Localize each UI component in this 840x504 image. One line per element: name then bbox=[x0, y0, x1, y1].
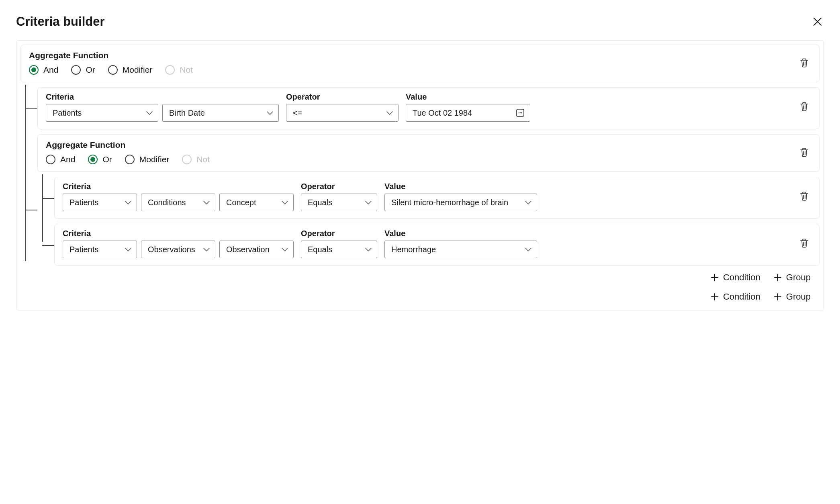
radio-circle-icon bbox=[46, 155, 55, 164]
chevron-down-icon bbox=[281, 199, 288, 206]
radio-circle-icon bbox=[125, 155, 135, 164]
chevron-down-icon bbox=[203, 199, 210, 206]
value-date-input[interactable]: Tue Oct 02 1984 bbox=[406, 104, 530, 122]
criteria-outer-container: Aggregate Function And Or Modifier bbox=[16, 40, 824, 310]
plus-icon bbox=[710, 273, 719, 282]
radio-and[interactable]: And bbox=[29, 65, 58, 75]
radio-circle-icon bbox=[29, 65, 39, 75]
value-label: Value bbox=[384, 182, 537, 191]
root-group-card: Aggregate Function And Or Modifier bbox=[20, 45, 820, 82]
condition-item: Criteria Patients Birth Date Operator bbox=[37, 87, 820, 129]
condition-item: Criteria Patients Observations bbox=[54, 224, 820, 266]
radio-not: Not bbox=[165, 65, 193, 75]
plus-icon bbox=[773, 292, 782, 301]
criteria-select-patients[interactable]: Patients bbox=[63, 241, 137, 258]
radio-or[interactable]: Or bbox=[71, 65, 95, 75]
delete-condition-button[interactable] bbox=[797, 236, 811, 250]
operator-select[interactable]: Equals bbox=[301, 194, 377, 211]
chevron-down-icon bbox=[125, 199, 132, 206]
nested-group-item: Aggregate Function And Or bbox=[37, 134, 820, 285]
radio-circle-icon bbox=[71, 65, 81, 75]
radio-circle-icon bbox=[182, 155, 192, 164]
chevron-down-icon bbox=[365, 246, 372, 253]
aggregate-function-label: Aggregate Function bbox=[46, 140, 797, 150]
radio-modifier-label: Modifier bbox=[123, 65, 153, 75]
radio-or-label: Or bbox=[86, 65, 95, 75]
radio-not-label: Not bbox=[196, 155, 210, 164]
trash-icon bbox=[799, 147, 809, 157]
chevron-down-icon bbox=[525, 246, 532, 253]
radio-modifier[interactable]: Modifier bbox=[108, 65, 153, 75]
root-children: Criteria Patients Birth Date Operator bbox=[25, 87, 820, 285]
chevron-down-icon bbox=[386, 110, 393, 116]
nested-group-actions: Condition Group bbox=[37, 266, 820, 285]
chevron-down-icon bbox=[146, 110, 153, 116]
delete-group-button[interactable] bbox=[797, 56, 811, 69]
chevron-down-icon bbox=[525, 199, 532, 206]
trash-icon bbox=[799, 238, 809, 248]
condition-item: Criteria Patients Conditions bbox=[54, 177, 820, 219]
value-label: Value bbox=[406, 92, 530, 102]
chevron-down-icon bbox=[365, 199, 372, 206]
radio-modifier[interactable]: Modifier bbox=[125, 155, 170, 164]
radio-and-label: And bbox=[43, 65, 58, 75]
chevron-down-icon bbox=[203, 246, 210, 253]
value-select[interactable]: Hemorrhage bbox=[384, 241, 537, 258]
nested-children: Criteria Patients Conditions bbox=[42, 177, 820, 266]
criteria-select-entity[interactable]: Conditions bbox=[141, 194, 215, 211]
root-radio-group: And Or Modifier Not bbox=[29, 65, 797, 75]
delete-condition-button[interactable] bbox=[797, 100, 811, 113]
operator-label: Operator bbox=[286, 92, 399, 102]
date-picker-icon bbox=[515, 108, 525, 118]
chevron-down-icon bbox=[281, 246, 288, 253]
criteria-select-field[interactable]: Observation bbox=[219, 241, 294, 258]
criteria-select-field[interactable]: Birth Date bbox=[162, 104, 279, 122]
operator-label: Operator bbox=[301, 182, 377, 191]
add-group-button[interactable]: Group bbox=[773, 292, 811, 302]
add-condition-button[interactable]: Condition bbox=[710, 272, 760, 283]
criteria-select-field[interactable]: Concept bbox=[219, 194, 294, 211]
radio-circle-icon bbox=[108, 65, 118, 75]
radio-and-label: And bbox=[60, 155, 75, 164]
radio-not-label: Not bbox=[180, 65, 193, 75]
criteria-label: Criteria bbox=[63, 182, 294, 191]
operator-select[interactable]: <= bbox=[286, 104, 399, 122]
trash-icon bbox=[799, 101, 809, 112]
criteria-select-entity[interactable]: Observations bbox=[141, 241, 215, 258]
chevron-down-icon bbox=[266, 110, 274, 116]
radio-and[interactable]: And bbox=[46, 155, 75, 164]
plus-icon bbox=[773, 273, 782, 282]
plus-icon bbox=[710, 292, 719, 301]
trash-icon bbox=[799, 57, 809, 68]
operator-select[interactable]: Equals bbox=[301, 241, 377, 258]
add-condition-button[interactable]: Condition bbox=[710, 292, 760, 302]
criteria-select-patients[interactable]: Patients bbox=[63, 194, 137, 211]
add-group-button[interactable]: Group bbox=[773, 272, 811, 283]
operator-label: Operator bbox=[301, 229, 377, 238]
delete-group-button[interactable] bbox=[797, 145, 811, 159]
aggregate-function-label: Aggregate Function bbox=[29, 51, 797, 60]
criteria-select-patients[interactable]: Patients bbox=[46, 104, 158, 122]
nested-radio-group: And Or Modifier bbox=[46, 155, 797, 164]
radio-or-label: Or bbox=[102, 155, 112, 164]
page-title: Criteria builder bbox=[16, 14, 105, 29]
value-label: Value bbox=[384, 229, 537, 238]
delete-condition-button[interactable] bbox=[797, 189, 811, 203]
close-icon bbox=[813, 17, 822, 27]
root-group-actions: Condition Group bbox=[20, 285, 820, 304]
nested-group-card: Aggregate Function And Or bbox=[37, 134, 820, 172]
value-select[interactable]: Silent micro-hemorrhage of brain bbox=[384, 194, 537, 211]
radio-or[interactable]: Or bbox=[88, 155, 112, 164]
trash-icon bbox=[799, 191, 809, 201]
radio-circle-icon bbox=[88, 155, 98, 164]
radio-not: Not bbox=[182, 155, 210, 164]
criteria-label: Criteria bbox=[63, 229, 294, 238]
radio-circle-icon bbox=[165, 65, 175, 75]
radio-modifier-label: Modifier bbox=[139, 155, 170, 164]
chevron-down-icon bbox=[125, 246, 132, 253]
close-button[interactable] bbox=[811, 15, 824, 28]
criteria-label: Criteria bbox=[46, 92, 279, 102]
